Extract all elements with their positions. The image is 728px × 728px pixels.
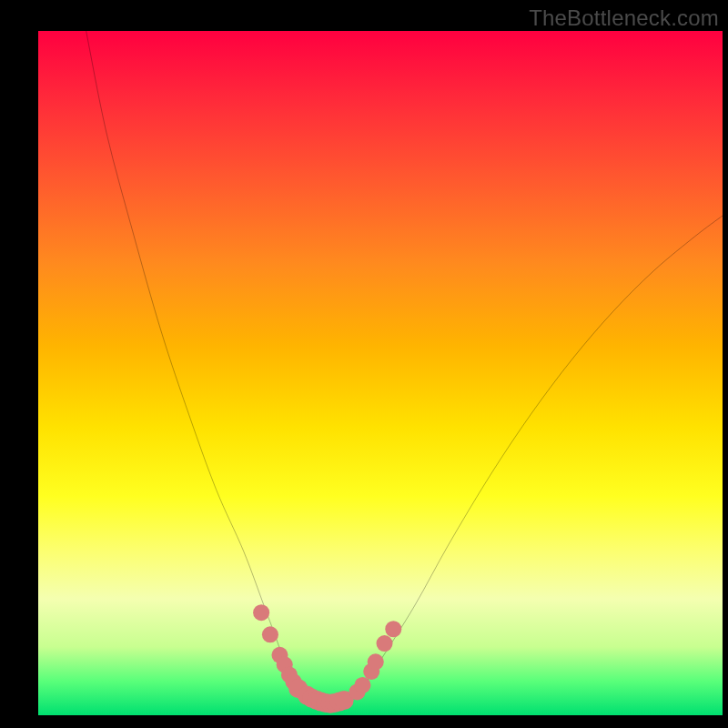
curve-svg <box>38 31 723 715</box>
chart-container: TheBottleneck.com <box>0 0 728 728</box>
curve-marker <box>368 653 384 670</box>
curve-marker <box>253 604 269 621</box>
curve-marker <box>262 626 278 642</box>
curve-marker <box>354 677 370 693</box>
watermark-text: TheBottleneck.com <box>529 5 719 31</box>
curve-marker <box>376 635 392 652</box>
curve-marker <box>385 621 401 637</box>
bottleneck-curve <box>86 31 723 703</box>
curve-markers <box>253 604 401 713</box>
